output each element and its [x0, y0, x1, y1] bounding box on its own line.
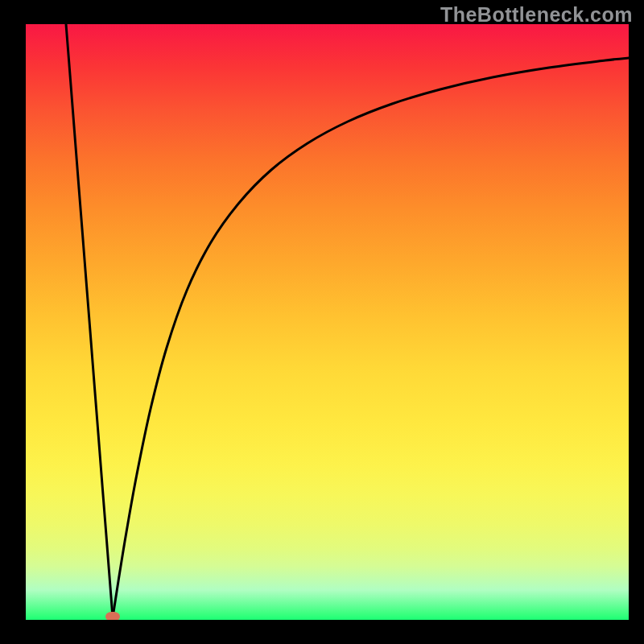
curve-left-branch	[66, 24, 113, 617]
bottleneck-curve	[26, 24, 629, 620]
curve-right-branch	[113, 58, 629, 617]
minimum-marker	[105, 612, 120, 620]
plot-area	[26, 24, 629, 620]
chart-stage: TheBottleneck.com	[0, 0, 644, 644]
watermark-text: TheBottleneck.com	[440, 3, 633, 27]
